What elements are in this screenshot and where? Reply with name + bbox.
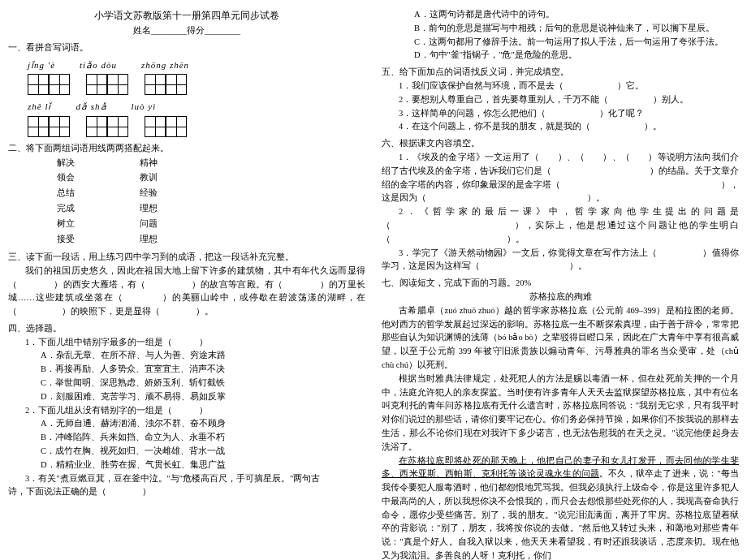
q5-4: 4．在这个问题上，你不是我的朋友，就是我的（ ）。 [382,120,739,134]
name-score-line: 姓名________得分________ [8,24,365,38]
q5-3: 3．这样简单的问题，你怎么把他们（ ）化了呢？ [382,107,739,121]
q4-2-a: A．无师自通、赫涛汹涌、浊尔不群、奋不顾身 [41,417,365,431]
grid-row-1 [28,74,365,95]
q4-2-b: B．冲峰陷阵、兵来如挡、命立为人、永垂不朽 [41,431,365,445]
q6-2: 2．《哲学家的最后一课》中，哲学家向他学生提出的问题是（ ），实际上，他是想通过… [382,205,739,246]
q4-2-d: D．精精业业、胜劳在握、气贯长虹、集思广益 [41,459,365,472]
q2-label: 二、将下面两组词语用线两两搭配起来。 [8,142,365,156]
pinyin-4: zhě lǐ [28,100,51,114]
exam-title: 小学语文苏教版第十一册第四单元同步试卷 [8,8,365,24]
q7-label: 七、阅读短文，完成下面的习题。20% [382,277,739,291]
q2-left-0: 解决 [57,156,75,171]
q4-1-a: A．杂乱无章、在所不辞、与人为善、穷途末路 [41,349,365,363]
q6-3: 3．学完了《游天然动物园》一文后，你觉得文章在写作方法上（ ）值得你学习，这是因… [382,247,739,274]
q5-label: 五、给下面加点的词语找反义词，并完成填空。 [382,66,739,80]
pinyin-3: zhōng zhēn [141,58,189,73]
q4-2-stem: 2．下面儿组从没有错别字的一组是（ ） [8,404,365,418]
q4-label: 四、选择题。 [8,322,365,336]
q2-left-2: 总结 [57,186,75,201]
q7-p2: 根据当时雅典法律规定，处死犯人的方法是赐以毒酒一杯，但在处死前关押的一个月中，法… [382,373,739,454]
q7-p1: 古希腊卓（zuó zhuō zhuó）越的哲学家苏格拉底（公元前 469–399… [382,304,739,373]
q2-right-1: 教训 [140,170,158,186]
q2-right-2: 经验 [140,186,158,201]
q4opts-a: A．这两句诗都是唐代诗中的诗句。 [414,8,739,22]
q6-label: 六、根据课文内容填空。 [382,137,739,151]
q4-3-stem: 3．有关"煮豆燃豆萁，豆在釜中泣。"与"危楼高百尺，手可摘星辰。"两句古 [8,472,365,486]
q2-right-4: 问题 [140,217,158,232]
q7-title: 苏格拉底的殉难 [382,291,739,304]
q5-2: 2．要想别人尊重自己，首先要尊重别人，千万不能（ ）别人。 [382,93,739,107]
q4-2-c: C．成竹在胸、视死如归、一决雌雄、背水一战 [41,445,365,459]
q3-text: 我们的祖国历史悠久，因此在祖国大地上留下许多的建筑物，其中有年代久远而显得（ ）… [8,265,365,319]
q7-p3-rest: 。不久，狱卒走了进来，说："每当我传令要犯人服毒酒时，他们都怨恨地咒骂我。但我必… [382,469,739,560]
q4-3-cont: 诗，下面说法正确的是（ ） [8,485,365,499]
pinyin-1: jǐng 'è [28,58,55,73]
q2-left-1: 领会 [57,170,75,186]
q4opts-b: B．前句的意思是描写与中相残；后句的意思是说神仙来了，可以搁下星辰。 [414,22,739,36]
q2-right-3: 理想 [140,201,158,217]
q3-label: 三、读下面一段话，用上练习四中学习到的成语，把这一段话补充完整。 [8,251,365,265]
q2-left-5: 接受 [57,232,75,248]
pinyin-2: tiǎo dòu [80,58,117,73]
q5-1: 1．我们应该保护自然与环境，而不是去（ ）它。 [382,80,739,93]
pinyin-5: dǎ shǎ [76,100,106,114]
q2-right-5: 理想 [140,232,158,248]
q2-right-0: 精神 [140,156,158,171]
q6-1: 1．《埃及的金字塔》一文运用了（ ）、（ ）、（ ）等说明方法向我们介绍了古代埃… [382,151,739,205]
q4opts-c: C．这两句都用了修辞手法。前一句运用了拟人手法，后一句运用了夸张手法。 [414,36,739,50]
q2-left-3: 完成 [57,201,75,217]
grid-row-2 [28,116,365,137]
q7-p3: 在苏格拉底即将处死的那天晚上，他把自己的妻子和女儿打发开，而去同他的学生斐多、西… [382,454,739,561]
pinyin-6: luò yì [132,100,157,114]
q4-1-c: C．举世闻明、深思熟虑、娇娇玉利、斩钉截铁 [41,377,365,390]
q4-1-b: B．再接再励、人多势众、宜室宜主、消声不决 [41,363,365,377]
q4opts-d: D．句中"釜"指锅子，"危"是危险的意思。 [414,49,739,62]
q4-1-d: D．刻服困难、克苦学习、顽不易得、易如反掌 [41,390,365,404]
q4-1-stem: 1．下面儿组中错别字最多的一组是（ ） [8,336,365,350]
q2-left-4: 树立 [57,217,75,232]
q1-label: 一、看拼音写词语。 [8,41,365,55]
